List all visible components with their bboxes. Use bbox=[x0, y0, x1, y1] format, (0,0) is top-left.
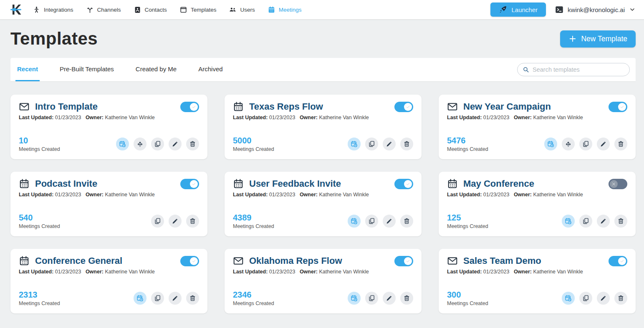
delete-button[interactable] bbox=[186, 215, 199, 228]
delete-button[interactable] bbox=[400, 138, 413, 150]
nav-item-channels[interactable]: Channels bbox=[86, 6, 121, 14]
search-input[interactable] bbox=[533, 66, 624, 73]
nav-item-templates[interactable]: Templates bbox=[179, 6, 217, 14]
kronologic-logo-icon[interactable] bbox=[10, 3, 23, 16]
delete-button[interactable] bbox=[186, 138, 199, 150]
copy-button[interactable] bbox=[365, 138, 378, 150]
meetings-count-label: Meetings Created bbox=[233, 146, 274, 152]
meetings-count-label: Meetings Created bbox=[19, 300, 60, 306]
edit-button[interactable] bbox=[383, 215, 396, 228]
copy-button[interactable] bbox=[151, 138, 164, 150]
delete-button[interactable] bbox=[614, 138, 627, 150]
route-button[interactable] bbox=[562, 138, 575, 150]
edit-button[interactable] bbox=[383, 292, 396, 305]
edit-icon bbox=[172, 140, 179, 148]
template-card: New Year Campaign Last Updated: 01/23/20… bbox=[439, 95, 636, 159]
copy-button[interactable] bbox=[579, 215, 592, 228]
envelope-icon bbox=[447, 255, 458, 266]
template-enabled-toggle[interactable] bbox=[394, 256, 413, 266]
edit-button[interactable] bbox=[169, 138, 182, 150]
template-card: Sales Team Demo Last Updated: 01/23/2023… bbox=[439, 249, 636, 313]
copy-button[interactable] bbox=[151, 292, 164, 305]
meeting-launch-button[interactable] bbox=[348, 292, 361, 305]
new-template-button[interactable]: New Template bbox=[560, 30, 636, 48]
copy-button[interactable] bbox=[365, 215, 378, 228]
copy-button[interactable] bbox=[579, 292, 592, 305]
tab-created-by-me[interactable]: Created by Me bbox=[134, 58, 178, 81]
nav-item-contacts[interactable]: Contacts bbox=[134, 6, 167, 14]
template-card: Texas Reps Flow Last Updated: 01/23/2023… bbox=[225, 95, 422, 159]
tab-pre-built-templates[interactable]: Pre-Built Templates bbox=[58, 58, 116, 81]
meeting-launch-button[interactable] bbox=[562, 292, 575, 305]
template-enabled-toggle[interactable] bbox=[394, 179, 413, 189]
delete-icon bbox=[403, 140, 410, 148]
edit-icon bbox=[386, 140, 393, 148]
edit-button[interactable] bbox=[597, 292, 610, 305]
owner-label: Owner: bbox=[514, 269, 532, 275]
last-updated-label: Last Updated: bbox=[19, 115, 53, 120]
copy-icon bbox=[582, 140, 589, 148]
tabs: RecentPre-Built TemplatesCreated by MeAr… bbox=[10, 58, 243, 81]
owner-value: Katherine Van Winkle bbox=[319, 115, 369, 120]
edit-button[interactable] bbox=[383, 138, 396, 150]
meetings-count-label: Meetings Created bbox=[233, 300, 274, 306]
edit-button[interactable] bbox=[169, 292, 182, 305]
route-button[interactable] bbox=[134, 138, 146, 150]
template-enabled-toggle[interactable] bbox=[609, 179, 627, 189]
card-actions bbox=[134, 292, 199, 305]
tab-recent[interactable]: Recent bbox=[15, 58, 40, 81]
last-updated-label: Last Updated: bbox=[19, 192, 53, 198]
template-enabled-toggle[interactable] bbox=[180, 102, 199, 112]
delete-button[interactable] bbox=[400, 292, 413, 305]
nav-item-meetings[interactable]: Meetings bbox=[268, 6, 302, 14]
meeting-launch-button[interactable] bbox=[348, 215, 361, 228]
template-enabled-toggle[interactable] bbox=[609, 256, 627, 266]
meeting-launch-button[interactable] bbox=[544, 138, 557, 150]
template-enabled-toggle[interactable] bbox=[180, 256, 199, 266]
meeting-launch-button[interactable] bbox=[134, 292, 146, 305]
launcher-button[interactable]: Launcher bbox=[490, 3, 546, 17]
edit-button[interactable] bbox=[597, 215, 610, 228]
owner-label: Owner: bbox=[300, 115, 318, 120]
nav-item-label: Channels bbox=[97, 7, 121, 13]
last-updated-label: Last Updated: bbox=[233, 192, 268, 198]
meeting-launch-icon bbox=[351, 295, 358, 302]
nav-item-integrations[interactable]: Integrations bbox=[33, 6, 73, 14]
nav-item-users[interactable]: Users bbox=[229, 6, 255, 14]
template-title: Intro Template bbox=[35, 101, 98, 112]
template-card: May Conference Last Updated: 01/23/2023 … bbox=[439, 172, 636, 236]
template-enabled-toggle[interactable] bbox=[609, 102, 627, 112]
copy-icon bbox=[582, 218, 589, 225]
owner-value: Katherine Van Winkle bbox=[105, 115, 154, 120]
check-icon bbox=[404, 103, 412, 111]
edit-button[interactable] bbox=[597, 138, 610, 150]
check-icon bbox=[404, 257, 412, 265]
envelope-icon bbox=[233, 255, 244, 266]
meeting-launch-button[interactable] bbox=[116, 138, 129, 150]
meeting-launch-button[interactable] bbox=[562, 215, 575, 228]
meetings-count-block: 4389 Meetings Created bbox=[233, 213, 274, 229]
delete-button[interactable] bbox=[614, 292, 627, 305]
template-enabled-toggle[interactable] bbox=[394, 102, 413, 112]
tab-archived[interactable]: Archived bbox=[197, 58, 224, 81]
copy-button[interactable] bbox=[579, 138, 592, 150]
x-icon bbox=[610, 180, 618, 188]
copy-button[interactable] bbox=[365, 292, 378, 305]
delete-button[interactable] bbox=[400, 215, 413, 228]
account-menu[interactable]: kwink@kronologic.ai bbox=[555, 6, 636, 13]
delete-button[interactable] bbox=[614, 215, 627, 228]
edit-icon bbox=[600, 295, 607, 302]
delete-button[interactable] bbox=[186, 292, 199, 305]
owner-label: Owner: bbox=[300, 192, 318, 198]
copy-icon bbox=[154, 295, 161, 302]
edit-button[interactable] bbox=[169, 215, 182, 228]
copy-button[interactable] bbox=[151, 215, 164, 228]
delete-icon bbox=[617, 218, 624, 225]
owner-value: Katherine Van Winkle bbox=[319, 192, 369, 198]
meeting-launch-button[interactable] bbox=[348, 138, 361, 150]
envelope-icon bbox=[19, 101, 30, 112]
owner-label: Owner: bbox=[300, 269, 318, 275]
meeting-launch-icon bbox=[351, 140, 358, 148]
template-enabled-toggle[interactable] bbox=[180, 179, 199, 189]
template-title: Texas Reps Flow bbox=[249, 101, 323, 112]
